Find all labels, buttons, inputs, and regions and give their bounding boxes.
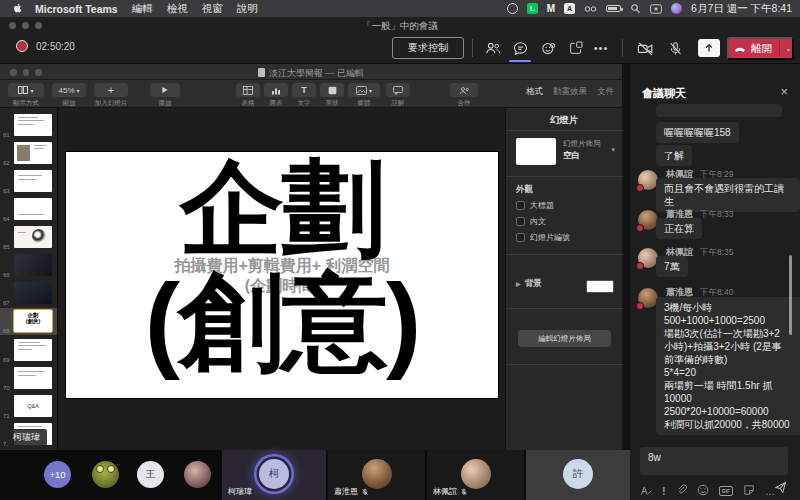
request-control-button[interactable]: 要求控制 [392, 37, 464, 59]
menu-edit[interactable]: 編輯 [132, 2, 153, 16]
format-icon[interactable] [640, 482, 652, 500]
inspector-tab-animate[interactable]: 動畫效果 [553, 86, 587, 98]
participant-avatar-photo[interactable] [184, 461, 211, 488]
slide-thumbnail-63[interactable]: 63 [0, 168, 58, 195]
chat-scrollbar[interactable] [789, 255, 792, 335]
reactions-icon[interactable] [537, 38, 559, 58]
add-slide-button[interactable]: + [94, 83, 128, 97]
notes-icon[interactable]: A [564, 3, 575, 15]
zoom-control[interactable]: 45%▾ [52, 83, 86, 97]
slide-thumbnail-70[interactable]: 70 [0, 365, 58, 392]
participant-tile[interactable]: 蕭淮恩 [328, 450, 425, 500]
avatar [638, 288, 658, 308]
edit-slide-layout-button[interactable]: 編輯幻燈片佈局 [518, 330, 611, 347]
avatar [638, 248, 658, 268]
attach-icon[interactable] [676, 482, 687, 500]
keynote-document-title: 淡江大學簡報 — 已編輯 [0, 67, 622, 80]
body-checkbox[interactable] [516, 217, 525, 226]
shape-button[interactable] [320, 83, 344, 97]
background-color-swatch[interactable] [586, 280, 614, 293]
slide-title-line1[interactable]: 企劃 [66, 156, 498, 260]
gmail-icon[interactable]: M [547, 3, 555, 15]
participants-icon[interactable] [482, 38, 504, 58]
gif-icon[interactable]: GIF [719, 486, 733, 496]
collaborate-button[interactable] [450, 83, 478, 97]
chat-bubble: 7萬 [656, 256, 688, 277]
inspector-tab-document[interactable]: 文件 [597, 86, 614, 98]
table-button[interactable] [236, 83, 260, 97]
send-icon[interactable] [773, 480, 788, 499]
slide-thumbnail-66[interactable]: 66 [0, 252, 58, 279]
avatar [461, 459, 491, 489]
fast-user-switch-icon[interactable] [650, 3, 662, 15]
camera-off-icon[interactable] [634, 38, 656, 58]
slide-layout-value[interactable]: 空白 [563, 150, 580, 162]
mic-off-icon[interactable] [664, 38, 686, 58]
chat-bubble: 而且會不會遇到很雷的工讀生 [656, 178, 800, 212]
leave-split-divider [779, 41, 780, 56]
participant-tile[interactable]: 林佩誼 [427, 450, 524, 500]
more-options-icon[interactable]: ••• [590, 38, 612, 58]
hidden-bar-icon[interactable] [584, 3, 597, 15]
background-row[interactable]: ▶背景 [516, 278, 542, 290]
slide-thumbnail-61[interactable]: 61 [0, 112, 58, 139]
apple-logo-icon[interactable] [12, 2, 23, 16]
slide-thumbnail-64[interactable]: 64 [0, 196, 58, 223]
spotlight-icon[interactable] [630, 3, 641, 15]
avatar: 柯 [259, 459, 289, 489]
slide-layout-thumbnail[interactable] [516, 138, 556, 165]
slide-thumbnail-68-selected[interactable]: 68企劃(創意) [0, 308, 58, 335]
menu-window[interactable]: 視窗 [202, 2, 223, 16]
avatar [638, 170, 658, 190]
collaborate-label: 合作 [458, 99, 471, 108]
text-button[interactable]: T [292, 83, 316, 97]
participant-tile[interactable]: 許 [526, 450, 630, 500]
chat-input[interactable] [640, 447, 788, 475]
emoji-icon[interactable] [697, 482, 709, 500]
participant-avatar-wang[interactable]: 王 [137, 461, 164, 488]
slide-canvas[interactable]: 拍攝費用+剪輯費用+ 利潤空間 (企劃時間) 企劃 (創意) [58, 108, 505, 450]
menu-help[interactable]: 說明 [237, 2, 258, 16]
slide-thumbnail-69[interactable]: 69 [0, 337, 58, 364]
title-checkbox-label: 大標題 [530, 200, 554, 211]
chat-close-icon[interactable]: × [780, 84, 788, 99]
menu-view[interactable]: 檢視 [167, 2, 188, 16]
menubar-clock[interactable]: 6月7日 週一 下午8:41 [691, 2, 792, 16]
overflow-participants-badge[interactable]: +10 [44, 461, 71, 488]
chart-button[interactable] [264, 83, 288, 97]
comment-button[interactable] [386, 83, 410, 97]
presenter-name-overlay: 柯瑞瑋 [6, 429, 47, 446]
body-checkbox-label: 內文 [530, 216, 546, 227]
participant-tile-speaking[interactable]: 柯 柯瑞瑋 [222, 450, 326, 500]
slide-title-line2[interactable]: (創意) [66, 268, 498, 374]
priority-icon[interactable]: ! [662, 485, 666, 497]
stop-sharing-button[interactable] [698, 39, 720, 57]
slide-number-checkbox[interactable] [516, 233, 525, 242]
leave-options-chevron-icon[interactable]: ⌄ [785, 44, 792, 53]
appearance-section-title: 外觀 [516, 184, 533, 196]
slide-thumbnail-67[interactable]: 67 [0, 280, 58, 307]
current-slide[interactable]: 拍攝費用+剪輯費用+ 利潤空間 (企劃時間) 企劃 (創意) [66, 152, 498, 398]
inspector-tab-format[interactable]: 格式 [526, 86, 543, 98]
siri-icon[interactable] [671, 3, 682, 14]
line-icon[interactable]: L [527, 3, 538, 15]
background-disclosure-icon[interactable]: ▶ [516, 281, 521, 287]
breakout-rooms-icon[interactable] [565, 38, 587, 58]
slide-thumbnail-71[interactable]: 71Q&A [0, 393, 58, 420]
creative-cloud-icon[interactable] [507, 3, 518, 15]
view-mode-button[interactable]: ▾ [8, 83, 44, 97]
chat-icon[interactable] [509, 38, 531, 58]
media-button[interactable]: ▾ [348, 83, 380, 97]
layout-chevron-icon[interactable]: ▾ [611, 146, 615, 154]
sticker-icon[interactable] [743, 482, 755, 500]
keynote-toolbar: ▾ 顯示方式 45%▾ 縮放 + 加入幻燈片 播放 表格 圖表 [0, 80, 622, 108]
play-button[interactable] [150, 83, 180, 97]
battery-icon[interactable] [606, 3, 621, 15]
chat-active-indicator [509, 60, 531, 62]
menubar-app-name[interactable]: Microsoft Teams [35, 3, 118, 15]
leave-button[interactable]: 離開 ⌄ [727, 37, 794, 60]
slide-thumbnail-65[interactable]: 65 [0, 224, 58, 251]
title-checkbox[interactable] [516, 201, 525, 210]
slide-thumbnail-62[interactable]: 62 [0, 140, 58, 167]
participant-avatar-frog[interactable] [92, 461, 119, 488]
